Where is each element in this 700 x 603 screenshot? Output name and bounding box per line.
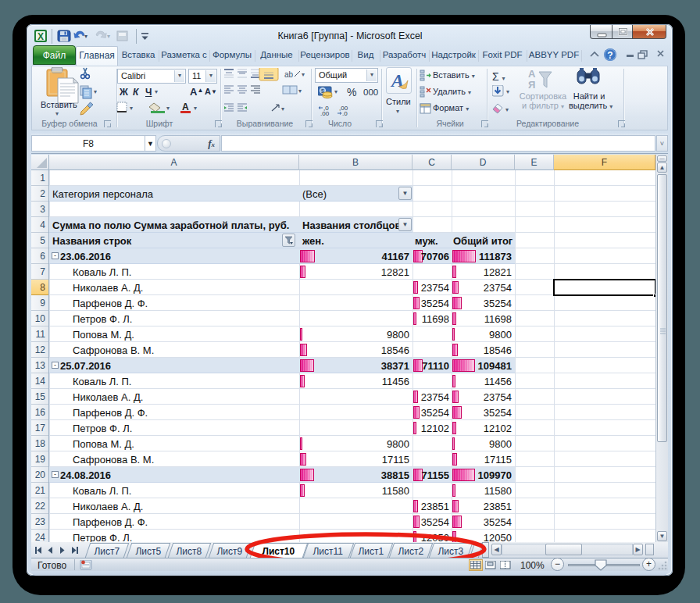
svg-text:?: ? xyxy=(607,50,612,61)
svg-text:▾: ▾ xyxy=(130,105,133,112)
svg-text:▾: ▾ xyxy=(94,88,97,95)
svg-text:%: % xyxy=(347,86,356,98)
svg-text:,0: ,0 xyxy=(342,110,348,116)
svg-text:▾: ▾ xyxy=(281,105,284,112)
svg-text:▾: ▾ xyxy=(166,105,170,112)
svg-text:Я: Я xyxy=(528,79,535,91)
svg-text:▾: ▾ xyxy=(107,33,110,40)
svg-text:▾: ▾ xyxy=(505,106,509,113)
svg-text:▾: ▾ xyxy=(84,33,88,40)
svg-text:▾: ▾ xyxy=(334,88,338,95)
svg-text:ab: ab xyxy=(284,70,294,79)
svg-text:▾: ▾ xyxy=(194,105,197,112)
svg-text:X: X xyxy=(38,31,44,42)
svg-text:▾: ▾ xyxy=(506,88,509,95)
svg-text:000: 000 xyxy=(363,87,378,97)
svg-text:А: А xyxy=(528,68,536,80)
svg-text:,00: ,00 xyxy=(320,110,330,116)
svg-text:A: A xyxy=(182,102,189,112)
svg-text:▾: ▾ xyxy=(302,71,305,78)
svg-text:▾: ▾ xyxy=(298,87,302,95)
